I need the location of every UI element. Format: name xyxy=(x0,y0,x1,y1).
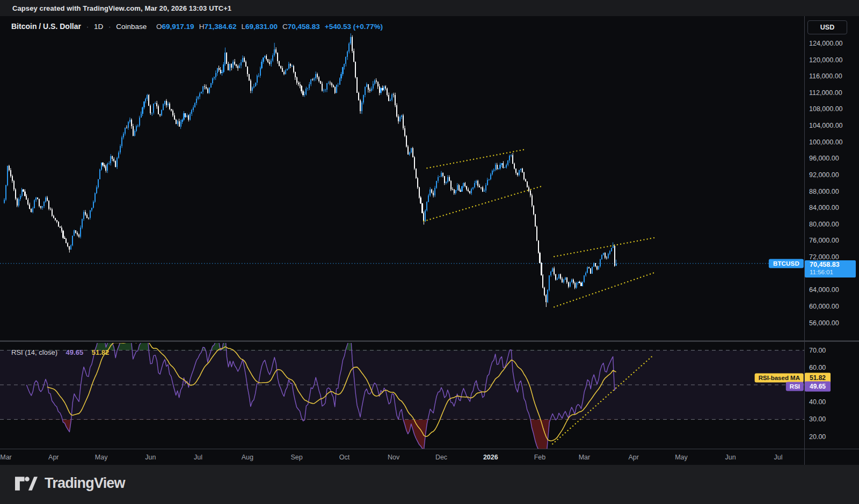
close-value: 70,458.83 xyxy=(288,23,320,31)
price-tick-label: 108,000.00 xyxy=(809,105,843,113)
rsi-title[interactable]: RSI (14, close) xyxy=(11,348,57,356)
separator-dot: · xyxy=(108,23,111,31)
tradingview-chart-screenshot: Capsey created with TradingView.com, Mar… xyxy=(0,0,859,504)
price-tick-label: 80,000.00 xyxy=(809,221,839,228)
last-price-value: 70,458.83 xyxy=(810,261,856,268)
last-price-label: 70,458.83 11:56:01 xyxy=(805,260,856,277)
exchange-label[interactable]: Coinbase xyxy=(116,23,147,31)
low-value: 69,831.00 xyxy=(245,23,278,31)
time-tick-label: Apr xyxy=(628,454,638,461)
time-tick-label: 2026 xyxy=(483,454,498,461)
up-candle-wicks xyxy=(4,33,616,303)
rsi-current-value: 49.65 xyxy=(66,348,84,356)
ohlc-readout: O69,917.19H71,384.62L69,831.00C70,458.83… xyxy=(156,23,383,31)
time-tick-label: Jun xyxy=(145,454,156,461)
open-value: 69,917.19 xyxy=(162,23,194,31)
price-tick-label: 64,000.00 xyxy=(809,286,839,294)
rsi-line-tag: RSI xyxy=(786,382,804,391)
rsi-indicator-header: RSI (14, close) 49.65 51.82 xyxy=(11,348,109,356)
price-tick-label: 84,000.00 xyxy=(809,204,839,211)
price-tick-label: 96,000.00 xyxy=(809,155,839,162)
time-tick-label: Feb xyxy=(534,454,546,461)
rsi-value-box: 49.65 xyxy=(805,382,831,392)
currency-button[interactable]: USD xyxy=(807,20,847,34)
watermark-text: Capsey created with TradingView.com, Mar… xyxy=(12,4,231,12)
separator-dot: · xyxy=(86,23,89,31)
price-tick-label: 124,000.00 xyxy=(809,40,843,47)
bar-countdown: 11:56:01 xyxy=(810,269,856,276)
chart-canvas[interactable] xyxy=(0,0,859,504)
price-tick-label: 116,000.00 xyxy=(809,72,842,80)
high-label: H xyxy=(199,23,205,31)
rsi-tick-label: 40.00 xyxy=(809,398,826,406)
tradingview-logo-text: TradingView xyxy=(45,475,125,492)
price-tick-label: 104,000.00 xyxy=(809,122,843,129)
time-tick-label: Mar xyxy=(579,454,591,461)
time-tick-label: Jun xyxy=(725,454,736,461)
rsi-pane[interactable] xyxy=(0,328,804,458)
price-tick-label: 100,000.00 xyxy=(809,138,843,146)
tradingview-logo-icon xyxy=(15,477,38,491)
price-tick-label: 60,000.00 xyxy=(809,303,839,310)
symbol-title[interactable]: Bitcoin / U.S. Dollar xyxy=(11,22,81,31)
time-tick-label: Jul xyxy=(194,454,202,461)
symbol-header: Bitcoin / U.S. Dollar · 1D · Coinbase O6… xyxy=(11,22,383,31)
price-tick-label: 72,000.00 xyxy=(809,253,839,261)
pane-separator[interactable] xyxy=(0,341,859,342)
watermark-bar: Capsey created with TradingView.com, Mar… xyxy=(0,0,859,16)
trend-channel-feb-apr-lower[interactable] xyxy=(554,273,654,307)
trend-channel-nov-jan-upper[interactable] xyxy=(427,149,526,168)
change-value: +540.53 (+0.77%) xyxy=(325,23,383,31)
time-tick-label: Mar xyxy=(0,454,12,461)
symbol-price-tag: BTCUSD xyxy=(769,259,804,268)
price-tick-label: 76,000.00 xyxy=(809,237,839,244)
time-tick-label: Jul xyxy=(774,454,783,461)
price-tick-label: 92,000.00 xyxy=(809,171,839,179)
time-tick-label: Apr xyxy=(48,454,59,461)
rsi-ma-tag: RSI-based MA xyxy=(755,374,804,383)
up-candle-bodies xyxy=(4,37,617,302)
time-tick-label: May xyxy=(675,454,688,461)
close-label: C xyxy=(282,23,288,31)
time-tick-label: Sep xyxy=(290,454,302,461)
time-tick-label: Nov xyxy=(388,454,399,461)
time-tick-label: Dec xyxy=(435,454,447,461)
rsi-tick-label: 70.00 xyxy=(809,347,826,354)
tradingview-logo[interactable]: TradingView xyxy=(15,475,125,492)
rsi-tick-label: 20.00 xyxy=(809,433,826,441)
time-tick-label: May xyxy=(95,454,108,461)
rsi-ma-current-value: 51.82 xyxy=(92,348,110,356)
price-tick-label: 120,000.00 xyxy=(809,56,843,64)
time-tick-label: Oct xyxy=(339,454,350,461)
low-label: L xyxy=(241,23,245,31)
open-label: O xyxy=(156,23,162,31)
trend-channel-feb-apr-upper[interactable] xyxy=(554,238,654,257)
high-value: 71,384.62 xyxy=(204,23,236,31)
price-tick-label: 88,000.00 xyxy=(809,188,839,195)
interval-label[interactable]: 1D xyxy=(94,23,103,31)
rsi-tick-label: 30.00 xyxy=(809,415,826,423)
rsi-tick-label: 60.00 xyxy=(809,364,826,371)
main-pane[interactable] xyxy=(0,33,804,307)
footer-bar xyxy=(0,465,859,504)
price-tick-label: 112,000.00 xyxy=(809,89,842,97)
price-tick-label: 56,000.00 xyxy=(809,319,839,327)
time-tick-label: Aug xyxy=(242,454,253,461)
